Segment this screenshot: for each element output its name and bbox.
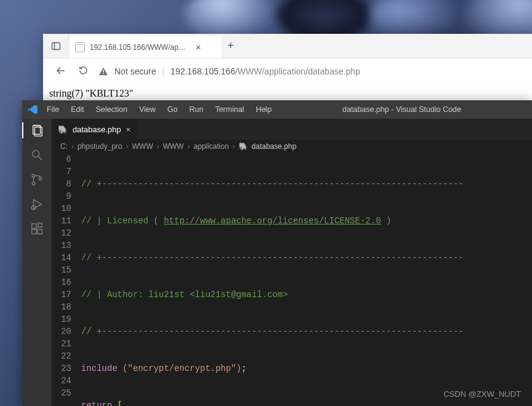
explorer-icon[interactable] [22, 122, 52, 138]
breadcrumb[interactable]: C:› phpstudy_pro› WWW› WWW› application›… [52, 140, 532, 153]
menu-file[interactable]: File [42, 103, 64, 116]
svg-point-9 [32, 174, 35, 177]
search-icon[interactable] [29, 147, 45, 163]
menu-view[interactable]: View [134, 103, 161, 116]
close-editor-icon[interactable]: × [126, 125, 131, 134]
menu-edit[interactable]: Edit [66, 103, 89, 116]
browser-window: 192.168.105.166/WWW/applicati × + Not se… [43, 34, 532, 108]
tab-title: 192.168.105.166/WWW/applicati [90, 43, 188, 52]
menu-bar: File Edit Selection View Go Run Terminal… [42, 103, 277, 116]
run-debug-icon[interactable] [29, 196, 45, 212]
svg-rect-14 [32, 224, 36, 228]
page-icon [75, 42, 85, 52]
php-file-icon: 🐘 [58, 125, 68, 134]
menu-run[interactable]: Run [185, 103, 208, 116]
svg-rect-17 [38, 223, 42, 227]
menu-go[interactable]: Go [162, 103, 183, 116]
not-secure-icon [98, 67, 108, 76]
svg-rect-3 [103, 70, 104, 73]
back-button[interactable] [54, 65, 68, 78]
svg-point-10 [32, 182, 35, 185]
vscode-window: File Edit Selection View Go Run Terminal… [22, 100, 532, 406]
svg-rect-16 [38, 229, 42, 234]
not-secure-label: Not secure [114, 66, 156, 76]
svg-rect-4 [103, 73, 104, 74]
code-lines: // +------------------------------------… [81, 153, 532, 406]
toolbar: Not secure | 192.168.105.166/WWW/applica… [43, 58, 532, 84]
new-tab-button[interactable]: + [221, 34, 240, 58]
editor-tabs: 🐘 database.php × [52, 119, 532, 140]
close-tab-icon[interactable]: × [193, 42, 204, 52]
extensions-icon[interactable] [29, 221, 45, 237]
menu-terminal[interactable]: Terminal [210, 103, 249, 116]
line-gutter: 678910111213141516171819202122232425 [52, 153, 81, 406]
url-text: 192.168.105.166/WWW/application/database… [170, 66, 360, 76]
svg-rect-15 [32, 229, 36, 234]
watermark: CSDN @ZXW_NUDT [443, 389, 521, 399]
editor-tab-label: database.php [73, 125, 121, 134]
activity-bar [22, 119, 52, 406]
source-control-icon[interactable] [29, 172, 45, 188]
svg-line-8 [39, 157, 42, 161]
svg-marker-12 [34, 200, 42, 209]
editor-tab-active[interactable]: 🐘 database.php × [52, 119, 137, 140]
svg-point-7 [33, 151, 39, 157]
refresh-button[interactable] [76, 65, 90, 78]
menu-selection[interactable]: Selection [91, 103, 132, 116]
tab-strip: 192.168.105.166/WWW/applicati × + [43, 34, 532, 58]
title-bar: File Edit Selection View Go Run Terminal… [22, 100, 532, 119]
tab-actions-button[interactable] [43, 34, 69, 58]
browser-tab-active[interactable]: 192.168.105.166/WWW/applicati × [69, 36, 221, 58]
menu-help[interactable]: Help [251, 103, 277, 116]
vscode-logo-icon [27, 104, 38, 115]
page-output-text: string(7) "KBLT123" [49, 88, 133, 98]
code-editor[interactable]: 678910111213141516171819202122232425 // … [52, 153, 532, 406]
window-title: database.php - Visual Studio Code [277, 105, 527, 114]
svg-rect-0 [52, 42, 60, 49]
address-bar[interactable]: Not secure | 192.168.105.166/WWW/applica… [98, 66, 521, 76]
